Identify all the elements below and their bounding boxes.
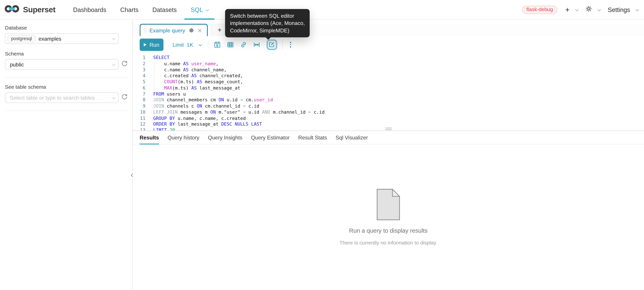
limit-dropdown[interactable]: Limit 1K <box>172 42 201 48</box>
editor-toolbar: Run Limit 1K <box>133 36 644 53</box>
chevron-down-icon <box>597 7 601 11</box>
south-tab-result-stats[interactable]: Result Stats <box>298 131 327 144</box>
line-number: 5 <box>133 79 145 85</box>
south-tab-query-estimator[interactable]: Query Estimator <box>251 131 290 144</box>
nav-item-sql[interactable]: SQL <box>184 0 215 19</box>
empty-state-title: Run a query to display results <box>349 227 428 234</box>
theme-dropdown[interactable] <box>586 6 600 13</box>
code-line: 2 u.name AS user_name, <box>133 61 644 67</box>
nav-item-label: Dashboards <box>73 6 106 13</box>
south-tab-results[interactable]: Results <box>140 131 159 144</box>
database-label: Database <box>5 25 129 31</box>
switch-editor-button[interactable] <box>267 39 277 50</box>
nav-right: flask-debug + Settings <box>522 5 644 14</box>
schema-label: Schema <box>5 51 129 57</box>
code-text: ORDER BY last_message_at DESC NULLS LAST <box>153 122 262 128</box>
sidebar-divider <box>5 77 127 77</box>
code-text: u.name AS user_name, <box>153 61 218 67</box>
limit-label: Limit <box>172 42 184 48</box>
app-root: Superset DashboardsChartsDatasetsSQL fla… <box>0 0 644 290</box>
save-query-icon[interactable] <box>214 41 221 48</box>
superset-logo[interactable]: Superset <box>4 5 55 14</box>
code-text: COUNT(m.ts) AS message_count, <box>153 79 243 85</box>
editor-tab-label: Example query <box>150 27 185 33</box>
sqllab-sidebar: Database postgresql examples Schema publ… <box>0 20 133 290</box>
chevron-down-icon <box>575 7 579 11</box>
settings-dropdown[interactable]: Settings <box>608 6 638 13</box>
code-line: 8JOIN channel_members cm ON u.id = cm.us… <box>133 97 644 103</box>
code-text: SELECT <box>153 55 170 61</box>
line-number: 11 <box>133 115 145 122</box>
code-text: LIMIT 20 <box>153 128 175 130</box>
edit-editor-icon <box>269 41 275 48</box>
sql-editor-panel: Example query + Run Limit 1K <box>133 20 644 290</box>
table-schema-label: See table schema <box>5 84 129 90</box>
schema-section: Schema public <box>5 51 129 70</box>
run-label: Run <box>150 42 159 48</box>
sql-code-editor[interactable]: 1SELECT2 u.name AS user_name,3 c.name AS… <box>133 53 644 130</box>
estimate-cost-icon[interactable] <box>254 41 260 48</box>
new-item-dropdown[interactable]: + <box>565 6 578 13</box>
south-tab-query-insights[interactable]: Query Insights <box>208 131 242 144</box>
schema-select[interactable]: public <box>5 59 119 70</box>
line-number: 3 <box>133 67 145 73</box>
code-text: c.name AS channel_name, <box>153 67 227 73</box>
unsaved-changes-dot <box>189 28 193 32</box>
tooltip-text: Switch between SQL editorimplementations… <box>230 12 305 34</box>
line-number: 10 <box>133 109 145 115</box>
render-table-icon[interactable] <box>227 41 234 48</box>
splitter-grip-icon <box>385 129 392 130</box>
line-number: 7 <box>133 91 145 97</box>
drag-handle-icon[interactable] <box>144 28 146 32</box>
code-line: 7FROM users u <box>133 91 644 97</box>
superset-logo-icon <box>4 5 20 14</box>
code-text: LEFT JOIN messages m ON m."user" = u.id … <box>153 109 325 115</box>
more-options-icon[interactable] <box>288 41 294 48</box>
results-empty-state: Run a query to display results There is … <box>133 144 644 290</box>
chevron-down-icon <box>636 7 639 11</box>
code-line: 10LEFT JOIN messages m ON m."user" = u.i… <box>133 109 644 115</box>
code-text: c.created AS channel_created, <box>153 73 243 79</box>
schema-value: public <box>8 61 24 68</box>
chevron-left-icon <box>131 174 134 177</box>
line-number: 13 <box>133 128 145 130</box>
south-tab-query-history[interactable]: Query history <box>168 131 199 144</box>
code-line: 3 c.name AS channel_name, <box>133 67 644 73</box>
database-select[interactable]: postgresql examples <box>5 33 119 44</box>
chevron-down-icon <box>112 96 116 99</box>
south-tab-sql-visualizer[interactable]: Sql Visualizer <box>336 131 368 144</box>
line-number: 6 <box>133 85 145 91</box>
line-number: 1 <box>133 55 145 61</box>
code-line: 5 COUNT(m.ts) AS message_count, <box>133 79 644 85</box>
editor-tab-example-query[interactable]: Example query <box>140 24 208 36</box>
south-pane-tabs: ResultsQuery historyQuery InsightsQuery … <box>133 131 644 144</box>
plus-icon: + <box>565 6 570 13</box>
table-select-placeholder: Select table or type to search tables <box>8 95 95 101</box>
code-text: JOIN channel_members cm ON u.id = cm.use… <box>153 97 273 103</box>
table-schema-section: See table schema Select table or type to… <box>5 84 129 103</box>
close-tab-icon[interactable] <box>198 28 202 33</box>
table-select[interactable]: Select table or type to search tables <box>5 92 119 103</box>
run-button[interactable]: Run <box>140 39 163 51</box>
top-nav: Superset DashboardsChartsDatasetsSQL fla… <box>0 0 644 20</box>
refresh-schemas-icon[interactable] <box>121 60 128 69</box>
collapse-sidebar-button[interactable] <box>130 172 135 179</box>
limit-value: 1K <box>187 42 193 48</box>
code-text: JOIN channels c ON cm.channel_id = c.id <box>153 103 260 109</box>
splitter-grip-icon <box>385 128 392 128</box>
nav-item-charts[interactable]: Charts <box>113 0 145 19</box>
chevron-down-icon <box>206 7 209 11</box>
chevron-down-icon <box>112 62 116 66</box>
nav-item-dashboards[interactable]: Dashboards <box>66 0 114 19</box>
toolbar-divider <box>282 40 283 49</box>
line-number: 8 <box>133 97 145 103</box>
code-text: FROM users u <box>153 91 186 97</box>
refresh-tables-icon[interactable] <box>121 94 128 102</box>
copy-link-icon[interactable] <box>240 41 247 48</box>
sidebar-divider <box>5 110 127 111</box>
nav-menu: DashboardsChartsDatasetsSQL <box>66 0 215 19</box>
database-section: Database postgresql examples <box>5 25 129 44</box>
code-line: 1SELECT <box>133 55 644 61</box>
nav-item-datasets[interactable]: Datasets <box>146 0 184 19</box>
chevron-down-icon <box>199 43 202 46</box>
